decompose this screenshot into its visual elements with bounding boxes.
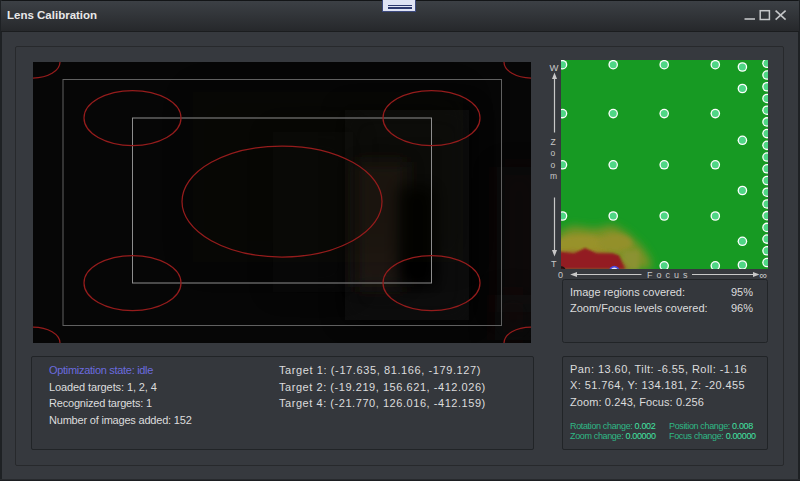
- svg-text:m: m: [550, 171, 557, 181]
- svg-text:W: W: [550, 62, 559, 73]
- svg-text:o: o: [551, 148, 556, 158]
- svg-text:o: o: [551, 160, 556, 170]
- svg-text:T: T: [551, 259, 557, 269]
- svg-text:Z: Z: [551, 137, 556, 147]
